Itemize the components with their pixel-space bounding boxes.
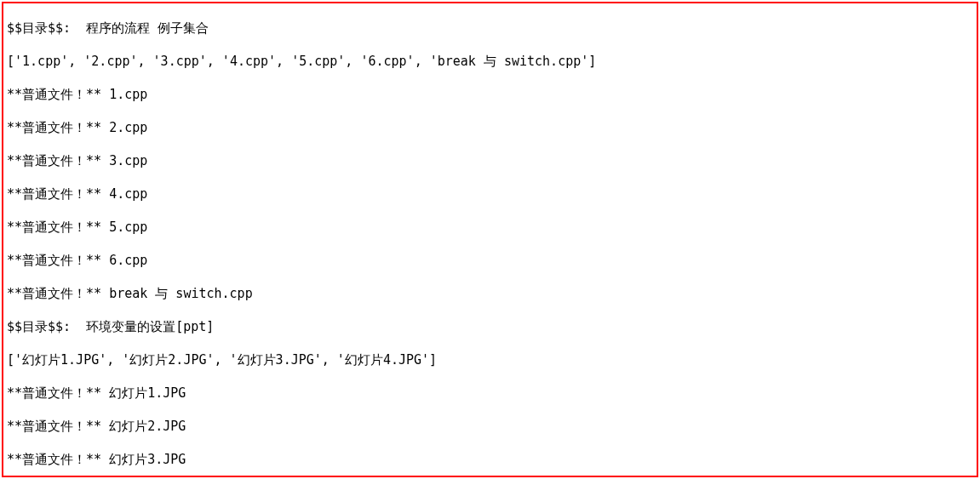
- output-line: **普通文件！** 幻灯片2.JPG: [7, 419, 973, 436]
- output-line: $$目录$$: 环境变量的设置[ppt]: [7, 319, 973, 336]
- output-line: ['1.cpp', '2.cpp', '3.cpp', '4.cpp', '5.…: [7, 54, 973, 71]
- output-line: $$目录$$: 程序的流程 例子集合: [7, 20, 973, 37]
- output-line: **普通文件！** 5.cpp: [7, 220, 973, 237]
- output-line: **普通文件！** 1.cpp: [7, 87, 973, 104]
- output-line: **普通文件！** 6.cpp: [7, 253, 973, 270]
- console-output: $$目录$$: 程序的流程 例子集合 ['1.cpp', '2.cpp', '3…: [2, 2, 978, 477]
- output-line: ['幻灯片1.JPG', '幻灯片2.JPG', '幻灯片3.JPG', '幻灯…: [7, 352, 973, 369]
- output-line: **普通文件！** 2.cpp: [7, 120, 973, 137]
- output-line: **普通文件！** 幻灯片3.JPG: [7, 452, 973, 469]
- output-line: **普通文件！** break 与 switch.cpp: [7, 286, 973, 303]
- output-line: **普通文件！** 3.cpp: [7, 153, 973, 170]
- output-line: **普通文件！** 4.cpp: [7, 186, 973, 203]
- output-line: **普通文件！** 幻灯片1.JPG: [7, 385, 973, 402]
